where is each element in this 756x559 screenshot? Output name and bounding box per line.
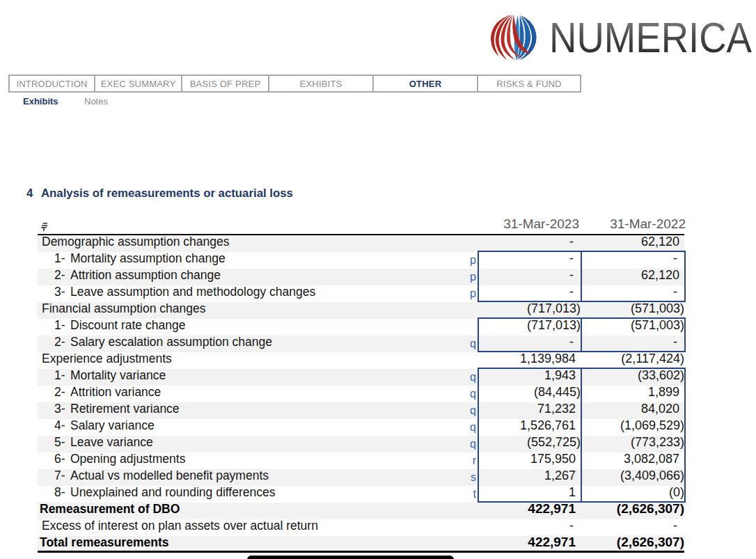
svg-text:NUMERICA: NUMERICA: [549, 14, 752, 57]
